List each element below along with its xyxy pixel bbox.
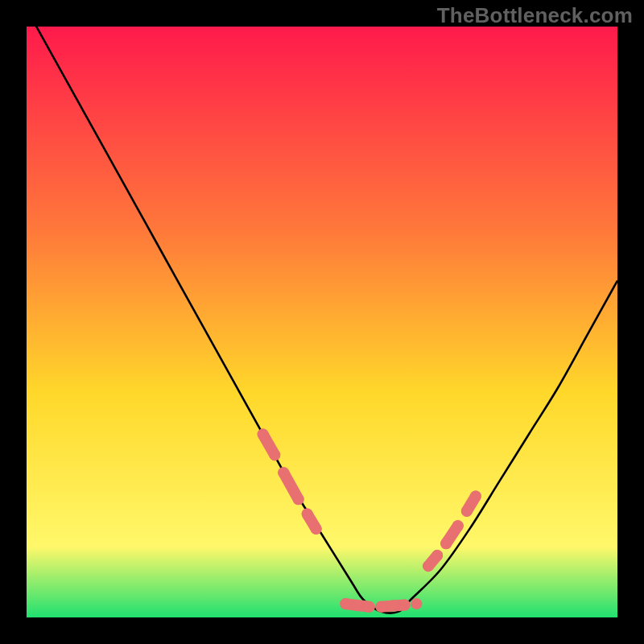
data-point: [470, 491, 481, 502]
data-point: [431, 550, 443, 561]
data-point: [399, 600, 411, 611]
data-point: [423, 560, 434, 572]
data-point: [258, 428, 269, 440]
data-point: [311, 523, 322, 535]
data-point: [411, 598, 422, 609]
data-point: [387, 600, 398, 611]
data-point: [440, 538, 452, 549]
data-point: [375, 601, 386, 613]
watermark-text: TheBottleneck.com: [437, 3, 633, 28]
gradient-background: [27, 27, 617, 617]
chart-frame: TheBottleneck.com: [0, 0, 644, 644]
data-point: [352, 600, 363, 611]
chart-svg: [27, 27, 617, 617]
data-point: [269, 449, 280, 460]
data-point: [278, 467, 289, 478]
plot-area: [27, 27, 617, 617]
data-point: [302, 509, 313, 520]
data-point: [452, 520, 464, 531]
data-point: [364, 601, 375, 613]
data-point: [293, 493, 304, 505]
data-point: [340, 598, 351, 609]
data-point: [461, 506, 473, 517]
